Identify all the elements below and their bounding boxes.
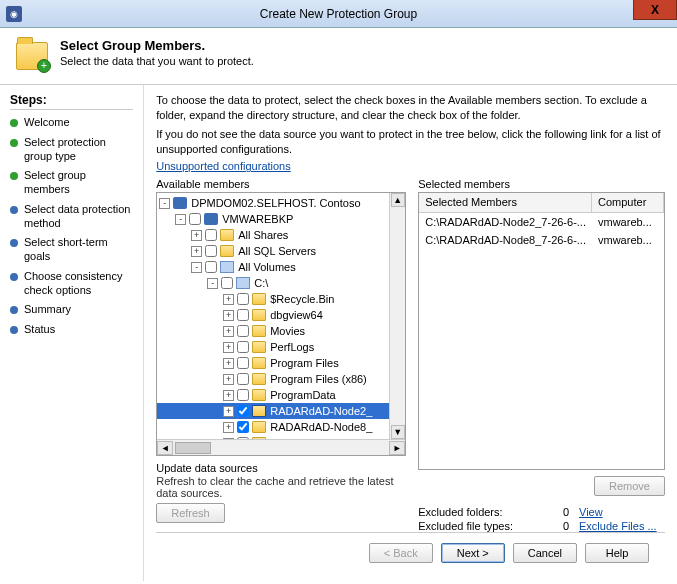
exclude-files-link[interactable]: Exclude Files ... <box>579 520 665 532</box>
tree-folder[interactable]: +PerfLogs <box>157 339 405 355</box>
expand-icon[interactable]: + <box>223 358 234 369</box>
folder-icon <box>252 373 266 385</box>
tree-root[interactable]: -DPMDOM02.SELFHOST. Contoso <box>157 195 405 211</box>
folder-icon <box>252 293 266 305</box>
col-computer[interactable]: Computer <box>592 193 664 212</box>
tree-drive[interactable]: -C:\ <box>157 275 405 291</box>
col-selected-members[interactable]: Selected Members <box>419 193 592 212</box>
tree-folder[interactable]: +Program Files (x86) <box>157 371 405 387</box>
folder-icon <box>252 389 266 401</box>
page-title: Select Group Members. <box>60 38 254 53</box>
tree-folder[interactable]: +$Recycle.Bin <box>157 291 405 307</box>
tree-checkbox[interactable] <box>205 261 217 273</box>
excluded-types-count: 0 <box>545 520 569 532</box>
expand-icon[interactable]: + <box>191 246 202 257</box>
tree-folder[interactable]: +Movies <box>157 323 405 339</box>
wizard-footer: < Back Next > Cancel Help <box>156 532 665 573</box>
tree-checkbox[interactable] <box>205 229 217 241</box>
tree-checkbox[interactable] <box>221 277 233 289</box>
expand-icon[interactable]: + <box>223 310 234 321</box>
scroll-right-icon[interactable]: ► <box>389 441 405 455</box>
expand-icon[interactable]: + <box>223 422 234 433</box>
selected-row[interactable]: C:\RADARdAD-Node8_7-26-6-...vmwareb... <box>419 231 664 249</box>
step-4: Select short-term goals <box>10 236 133 264</box>
step-bullet-icon <box>10 273 18 281</box>
cancel-button[interactable]: Cancel <box>513 543 577 563</box>
available-tree[interactable]: -DPMDOM02.SELFHOST. Contoso-VMWAREBKP+Al… <box>156 192 406 456</box>
view-excluded-link[interactable]: View <box>579 506 665 518</box>
next-button[interactable]: Next > <box>441 543 505 563</box>
tree-checkbox[interactable] <box>237 357 249 369</box>
step-0: Welcome <box>10 116 133 130</box>
selected-computer: vmwareb... <box>592 232 664 248</box>
selected-path: C:\RADARdAD-Node2_7-26-6-... <box>419 214 592 230</box>
expand-icon[interactable]: + <box>223 438 234 440</box>
tree-checkbox[interactable] <box>237 309 249 321</box>
tree-folder[interactable]: +dbgview64 <box>157 307 405 323</box>
selected-list[interactable]: Selected Members Computer C:\RADARdAD-No… <box>418 192 665 470</box>
tree-folder[interactable]: +Program Files <box>157 355 405 371</box>
titlebar: ◉ Create New Protection Group X <box>0 0 677 28</box>
tree-label: All SQL Servers <box>238 245 316 257</box>
tree-checkbox[interactable] <box>237 421 249 433</box>
tree-checkbox[interactable] <box>237 405 249 417</box>
help-button[interactable]: Help <box>585 543 649 563</box>
step-1: Select protection group type <box>10 136 133 164</box>
selected-row[interactable]: C:\RADARdAD-Node2_7-26-6-...vmwareb... <box>419 213 664 231</box>
tree-checkbox[interactable] <box>205 245 217 257</box>
update-subtitle: Refresh to clear the cache and retrieve … <box>156 475 396 499</box>
tree-folder[interactable]: +RADARdAD-Node8_ <box>157 419 405 435</box>
selected-label: Selected members <box>418 178 665 190</box>
tree-checkbox[interactable] <box>237 437 249 439</box>
expand-icon[interactable]: + <box>223 390 234 401</box>
step-5: Choose consistency check options <box>10 270 133 298</box>
tree-hscroll[interactable]: ◄ ► <box>157 439 405 455</box>
expand-icon[interactable]: + <box>223 374 234 385</box>
remove-button[interactable]: Remove <box>594 476 665 496</box>
tree-checkbox[interactable] <box>237 389 249 401</box>
step-bullet-icon <box>10 326 18 334</box>
expand-icon[interactable]: + <box>223 406 234 417</box>
tree-server[interactable]: -VMWAREBKP <box>157 211 405 227</box>
expand-icon[interactable]: + <box>223 294 234 305</box>
tree-checkbox[interactable] <box>237 341 249 353</box>
tree-label: dbgview64 <box>270 309 323 321</box>
tree-folder[interactable]: +RADARdAD-Node2_ <box>157 403 405 419</box>
step-7: Status <box>10 323 133 337</box>
tree-shares[interactable]: +All Shares <box>157 227 405 243</box>
close-button[interactable]: X <box>633 0 677 20</box>
step-3: Select data protection method <box>10 203 133 231</box>
shares-icon <box>220 229 234 241</box>
expand-icon[interactable]: + <box>223 342 234 353</box>
expand-icon[interactable]: + <box>223 326 234 337</box>
tree-checkbox[interactable] <box>189 213 201 225</box>
folder-icon <box>252 405 266 417</box>
unsupported-config-link[interactable]: Unsupported configurations <box>156 160 665 172</box>
tree-label: All Volumes <box>238 261 295 273</box>
folder-icon <box>252 325 266 337</box>
scroll-thumb[interactable] <box>175 442 211 454</box>
scroll-up-icon[interactable]: ▲ <box>391 193 405 207</box>
scroll-down-icon[interactable]: ▼ <box>391 425 405 439</box>
tree-checkbox[interactable] <box>237 373 249 385</box>
refresh-button[interactable]: Refresh <box>156 503 225 523</box>
tree-volumes[interactable]: -All Volumes <box>157 259 405 275</box>
collapse-icon[interactable]: - <box>175 214 186 225</box>
expand-icon[interactable]: + <box>191 230 202 241</box>
selected-computer: vmwareb... <box>592 214 664 230</box>
tree-sql[interactable]: +All SQL Servers <box>157 243 405 259</box>
collapse-icon[interactable]: - <box>191 262 202 273</box>
volumes-icon <box>220 261 234 273</box>
collapse-icon[interactable]: - <box>159 198 170 209</box>
collapse-icon[interactable]: - <box>207 278 218 289</box>
tree-checkbox[interactable] <box>237 293 249 305</box>
back-button[interactable]: < Back <box>369 543 433 563</box>
excluded-types-label: Excluded file types: <box>418 520 535 532</box>
excluded-folders-label: Excluded folders: <box>418 506 535 518</box>
tree-folder[interactable]: +ProgramData <box>157 387 405 403</box>
tree-checkbox[interactable] <box>237 325 249 337</box>
scroll-left-icon[interactable]: ◄ <box>157 441 173 455</box>
step-label: Select protection group type <box>24 136 133 164</box>
tree-vscroll[interactable]: ▲ ▼ <box>389 193 405 439</box>
step-bullet-icon <box>10 306 18 314</box>
